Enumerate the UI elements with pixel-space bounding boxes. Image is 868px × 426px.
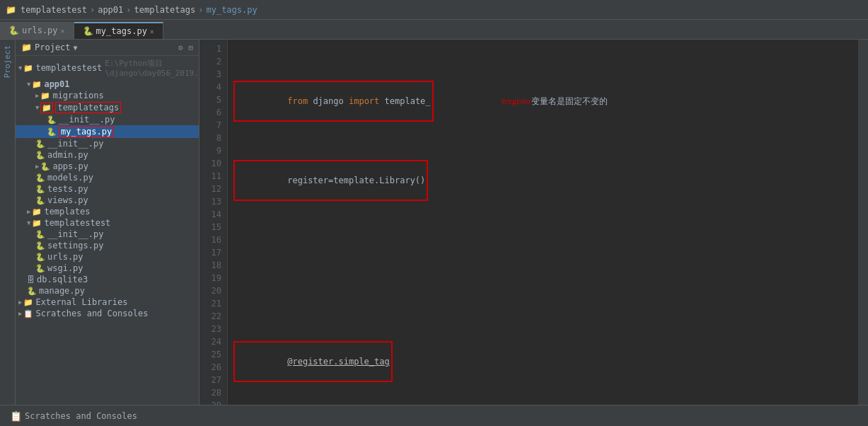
db-icon: 🗄 — [27, 275, 35, 284]
arrow-tt-root: ▼ — [27, 219, 30, 226]
py-icon-apps: 🐍 — [40, 162, 50, 171]
breadcrumb-app01: app01 — [98, 5, 123, 15]
code-line-1: from django import template_ #register变量… — [233, 81, 852, 122]
label-apps: apps.py — [52, 161, 88, 171]
tree-item-init-tt[interactable]: 🐍 __init__.py — [16, 229, 199, 240]
label-templates: templates — [44, 207, 90, 217]
label-init-app: __init__.py — [47, 139, 103, 149]
tree-item-templatestest-root[interactable]: ▼ 📁 templatestest — [16, 217, 199, 229]
code-editor[interactable]: 12345 678910 1112131415 1617181920 21222… — [199, 40, 868, 405]
tree-item-wsgi[interactable]: 🐍 wsgi.py — [16, 263, 199, 274]
sidebar-header: 📁 Project ▼ ⚙ ⊟ — [16, 40, 199, 56]
breadcrumb: 📁 templatestest › app01 › templatetags ›… — [6, 5, 257, 15]
folder-icon-migrations: 📁 — [40, 91, 50, 100]
scratches-bottom-item[interactable]: 📋 Scratches and Consoles — [6, 410, 141, 422]
arrow-external: ▶ — [18, 299, 22, 306]
dropdown-icon[interactable]: ▼ — [74, 44, 78, 52]
project-icon: 📁 — [6, 5, 16, 15]
py-icon-admin: 🐍 — [35, 151, 45, 160]
vertical-tabs: Project — [0, 40, 16, 405]
folder-icon-templatetags: 📁 — [40, 103, 53, 113]
label-scratches: Scratches and Consoles — [35, 309, 148, 318]
label-urls: urls.py — [47, 252, 83, 262]
code-line-3 — [233, 239, 852, 252]
label-migrations: migrations — [52, 91, 103, 100]
settings-icon[interactable]: ⚙ — [178, 43, 183, 52]
py-icon-wsgi: 🐍 — [35, 264, 45, 273]
tree-item-tests[interactable]: 🐍 tests.py — [16, 183, 199, 195]
tree-item-my-tags[interactable]: 🐍 my_tags.py — [16, 125, 199, 138]
main-area: Project 📁 Project ▼ ⚙ ⊟ ▼ 📁 templatestes… — [0, 40, 868, 405]
py-icon-tests: 🐍 — [35, 185, 45, 194]
arrow-migrations: ▶ — [35, 92, 39, 99]
collapse-icon[interactable]: ⊟ — [188, 43, 193, 52]
tree-item-apps[interactable]: ▶ 🐍 apps.py — [16, 161, 199, 172]
label-manage: manage.py — [39, 286, 85, 296]
tree-item-settings[interactable]: 🐍 settings.py — [16, 240, 199, 251]
code-line-5: @register.simple_tag — [233, 341, 852, 382]
tree-item-db[interactable]: 🗄 db.sqlite3 — [16, 274, 199, 285]
breadcrumb-file: my_tags.py — [206, 5, 257, 15]
tree-item-admin[interactable]: 🐍 admin.py — [16, 149, 199, 161]
folder-icon-scratches: 📋 — [23, 309, 33, 318]
project-tree: ▼ 📁 templatestest E:\Python项目\django\day… — [16, 56, 199, 405]
py-icon-my-tags: 🐍 — [47, 127, 57, 137]
folder-icon-app01: 📁 — [32, 80, 42, 89]
py-icon-manage: 🐍 — [27, 287, 37, 296]
scratches-bottom-icon: 📋 — [10, 410, 22, 422]
project-folder-icon: 📁 — [21, 42, 32, 52]
label-app01: app01 — [44, 79, 69, 89]
code-line-4 — [233, 290, 852, 303]
tree-item-migrations[interactable]: ▶ 📁 migrations — [16, 90, 199, 101]
label-external: External Libraries — [35, 297, 127, 307]
breadcrumb-sep2: › — [126, 5, 131, 15]
tab-urls-label: urls.py — [22, 25, 58, 35]
label-tests: tests.py — [47, 184, 88, 194]
tree-item-init-templatetags[interactable]: 🐍 __init__.py — [16, 114, 199, 125]
project-sidebar: 📁 Project ▼ ⚙ ⊟ ▼ 📁 templatestest E:\Pyt… — [16, 40, 199, 405]
tree-item-templatetags[interactable]: ▼ 📁 templatetags — [16, 101, 199, 114]
project-vtab[interactable]: Project — [1, 40, 13, 84]
bottom-panel: 📋 Scratches and Consoles — [0, 405, 868, 426]
breadcrumb-templatetags: templatetags — [134, 5, 196, 15]
tree-item-templates[interactable]: ▶ 📁 templates — [16, 206, 199, 217]
tree-item-models[interactable]: 🐍 models.py — [16, 172, 199, 183]
tree-item-external[interactable]: ▶ 📁 External Libraries — [16, 297, 199, 308]
arrow-templatestest: ▼ — [18, 64, 22, 71]
tree-item-scratches[interactable]: ▶ 📋 Scratches and Consoles — [16, 308, 199, 319]
tree-item-init-app01[interactable]: 🐍 __init__.py — [16, 138, 199, 149]
tree-item-templatestest[interactable]: ▼ 📁 templatestest E:\Python项目\django\day… — [16, 57, 199, 79]
tab-urls-icon: 🐍 — [8, 25, 19, 35]
folder-icon-tt-root: 📁 — [32, 219, 42, 228]
arrow-app01: ▼ — [27, 81, 30, 88]
label-init-tt2: __init__.py — [47, 229, 103, 239]
breadcrumb-sep3: › — [198, 5, 203, 15]
scratches-bottom-label: Scratches and Consoles — [25, 411, 137, 421]
label-admin: admin.py — [47, 150, 88, 160]
tab-urls-py[interactable]: 🐍 urls.py ✕ — [0, 22, 74, 39]
tab-bar: 🐍 urls.py ✕ 🐍 my_tags.py ✕ — [0, 20, 868, 40]
label-models: models.py — [47, 173, 93, 183]
sidebar-title: Project — [35, 42, 71, 52]
folder-icon-external: 📁 — [23, 298, 33, 307]
label-db: db.sqlite3 — [37, 275, 88, 284]
label-init-tt: __init__.py — [59, 115, 115, 125]
folder-icon-templates: 📁 — [32, 207, 42, 217]
py-icon-urls: 🐍 — [35, 253, 45, 262]
line-numbers: 12345 678910 1112131415 1617181920 21222… — [199, 40, 228, 405]
tab-my-tags-icon: 🐍 — [83, 26, 93, 36]
tab-my-tags-py[interactable]: 🐍 my_tags.py ✕ — [74, 22, 163, 39]
py-icon-views: 🐍 — [35, 196, 45, 205]
tree-item-views[interactable]: 🐍 views.py — [16, 195, 199, 206]
tab-close-urls[interactable]: ✕ — [61, 27, 65, 35]
py-icon-init-app: 🐍 — [35, 139, 45, 149]
tree-item-manage[interactable]: 🐍 manage.py — [16, 285, 199, 297]
folder-icon-templatestest: 📁 — [23, 64, 33, 73]
tree-item-urls[interactable]: 🐍 urls.py — [16, 251, 199, 263]
arrow-templatetags: ▼ — [35, 104, 39, 111]
label-templatestest: templatestest — [35, 63, 102, 73]
py-icon-init-tt: 🐍 — [47, 115, 57, 125]
tab-close-my-tags[interactable]: ✕ — [150, 28, 154, 35]
py-icon-init-tt2: 🐍 — [35, 230, 45, 239]
tree-item-app01[interactable]: ▼ 📁 app01 — [16, 79, 199, 90]
